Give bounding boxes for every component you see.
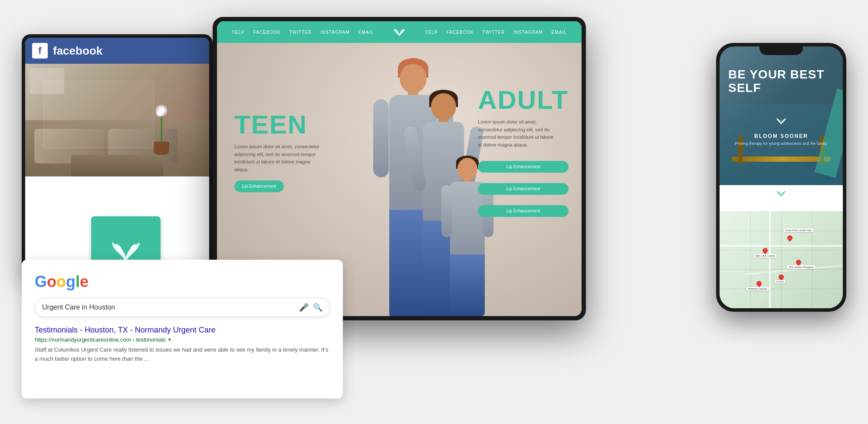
map-pin-1: [786, 235, 794, 242]
g-letter-1: G: [35, 273, 47, 291]
microphone-icon[interactable]: 🎤: [299, 303, 309, 312]
phone-hero-text: BE YOUR BEST SELF: [728, 68, 834, 95]
phone-hero-title: BE YOUR BEST SELF: [728, 68, 834, 95]
phone-brand-name: BLOOM SOONER: [720, 133, 843, 139]
google-search-card: G o o g l e Urgent Care in Houston 🎤 🔍 T…: [22, 260, 343, 398]
g-letter-4: g: [66, 273, 76, 291]
search-icon[interactable]: 🔍: [313, 303, 322, 312]
facebook-tablet: f facebook: [22, 34, 213, 277]
map-pin-3: [762, 247, 769, 254]
nav-facebook-right[interactable]: FACEBOOK: [447, 30, 474, 35]
hero-teen-title: TEEN: [234, 112, 321, 138]
phone-logo: [775, 116, 787, 128]
nav-facebook-left[interactable]: FACEBOOK: [253, 30, 281, 35]
scene: f facebook: [22, 17, 846, 407]
map-pin-2: [795, 259, 802, 266]
search-result: Testimonials - Houston, TX - Normandy Ur…: [35, 326, 330, 364]
map-label-2: The London Dungeon: [787, 265, 815, 269]
hero-teen-section: TEEN Lorem ipsum dolor sit amet, consect…: [234, 112, 321, 192]
phone-lotus-icon: [775, 116, 787, 126]
facebook-header: f facebook: [25, 38, 209, 64]
facebook-cover-photo: [25, 64, 209, 176]
nav-email-right[interactable]: EMAIL: [552, 30, 567, 35]
lip-buttons-group: Lip Enhancement Lip Enhancement Lip Enha…: [478, 154, 569, 217]
nav-lotus-logo: [392, 26, 406, 38]
google-logo: G o o g l e: [35, 273, 330, 291]
result-description: Staff at Columbus Urgent Care really lis…: [35, 346, 330, 364]
result-url-chevron: ▼: [168, 337, 172, 342]
result-title[interactable]: Testimonials - Houston, TX - Normandy Ur…: [35, 326, 330, 335]
nav-twitter-left[interactable]: TWITTER: [289, 30, 312, 35]
nav-links-left: YELP FACEBOOK TWITTER INSTAGRAM EMAIL: [217, 30, 388, 35]
g-letter-3: o: [56, 273, 66, 291]
g-letter-2: o: [47, 273, 56, 291]
hero-adult-title: ADULT: [478, 87, 569, 113]
map-label-3: SEA LIFE Centre: [754, 254, 777, 258]
hero-adult-description: Lorem ipsum dolor sit amet, consectetur …: [478, 118, 556, 149]
result-url-text: https://normandyurgentcareonline.com › t…: [35, 336, 166, 343]
phone-screen: BE YOUR BEST SELF BLOOM SOONER Proving t…: [720, 46, 843, 308]
facebook-icon: f: [32, 43, 48, 59]
lip-btn-3[interactable]: Lip Enhancement: [478, 205, 569, 217]
phone-brand-tagline: Proving therapy for young adolescents an…: [720, 141, 843, 147]
nav-email-left[interactable]: EMAIL: [358, 30, 374, 35]
nav-yelp-right[interactable]: YELP: [425, 30, 438, 35]
phone-brand-section: BLOOM SOONER Proving therapy for young a…: [720, 133, 843, 147]
hero-teen-description: Lorem ipsum dolor sit amet, consectetur …: [234, 143, 321, 173]
map-label-1: Coca-Cola London Eye: [784, 228, 813, 232]
google-search-bar[interactable]: Urgent Care in Houston 🎤 🔍: [35, 298, 330, 317]
lip-btn-1[interactable]: Lip Enhancement: [478, 161, 569, 173]
nav-links-right: YELP FACEBOOK TWITTER INSTAGRAM EMAIL: [410, 30, 582, 35]
lip-btn-2[interactable]: Lip Enhancement: [478, 183, 569, 195]
mobile-phone: BE YOUR BEST SELF BLOOM SOONER Proving t…: [716, 43, 846, 312]
nav-instagram-left[interactable]: INSTAGRAM: [320, 30, 350, 35]
phone-notch: [760, 43, 803, 55]
facebook-title: facebook: [53, 44, 102, 58]
map-pin-5: [756, 280, 763, 287]
phone-inner: BE YOUR BEST SELF BLOOM SOONER Proving t…: [720, 46, 843, 308]
main-nav: YELP FACEBOOK TWITTER INSTAGRAM EMAIL YE…: [217, 21, 582, 43]
phone-map: Coca-Cola London Eye The London Dungeon …: [720, 211, 843, 308]
search-query-text: Urgent Care in Houston: [42, 303, 295, 311]
g-letter-5: l: [76, 273, 80, 291]
nav-twitter-right[interactable]: TWITTER: [483, 30, 505, 35]
map-label-4: Forum: [775, 280, 785, 284]
map-label-5: Waterloo Square: [746, 287, 769, 290]
hero-adult-section: ADULT Lorem ipsum dolor sit amet, consec…: [478, 87, 569, 217]
phone-logo-bottom: [776, 189, 787, 200]
result-url: https://normandyurgentcareonline.com › t…: [35, 336, 330, 343]
nav-logo-center: [388, 26, 410, 38]
g-letter-6: e: [80, 273, 89, 291]
phone-bottom-section: Coca-Cola London Eye The London Dungeon …: [720, 185, 843, 308]
phone-lotus-bottom-icon: [776, 189, 787, 198]
hero-teen-lip-button[interactable]: Lip Enhancement: [234, 181, 284, 192]
nav-yelp-left[interactable]: YELP: [232, 30, 245, 35]
map-pin-4: [778, 273, 785, 280]
nav-instagram-right[interactable]: INSTAGRAM: [513, 30, 543, 35]
